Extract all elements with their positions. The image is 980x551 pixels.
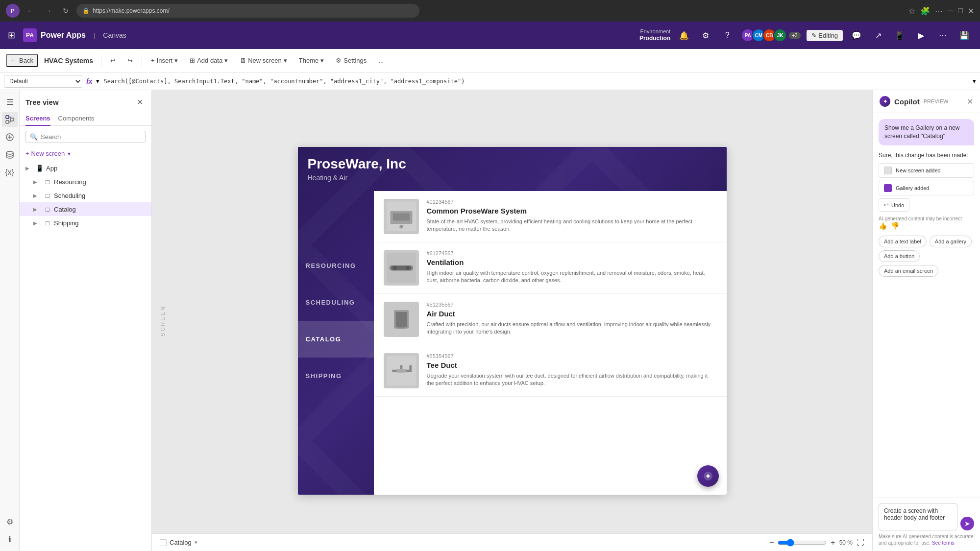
nav-scheduling[interactable]: SCHEDULING	[298, 284, 376, 321]
theme-chevron-icon: ▾	[320, 57, 324, 64]
gallery-item-1[interactable]: #01234567 Common ProseWare System State-…	[374, 191, 727, 242]
tree-search-box[interactable]: 🔍	[25, 131, 146, 143]
new-screen-button[interactable]: 🖥 New screen ▾	[235, 55, 292, 66]
extension-icon[interactable]: 🧩	[920, 6, 930, 16]
share-icon[interactable]: ↗	[870, 27, 886, 43]
gallery-item-2[interactable]: #61274567 Ventilation High indoor air qu…	[374, 242, 727, 294]
formula-expand-icon[interactable]: ▾	[973, 77, 976, 85]
new-screen-chevron-icon[interactable]: ▾	[68, 150, 71, 157]
svg-rect-25	[396, 369, 406, 373]
suggestion-text-label[interactable]: Add a text label	[879, 236, 927, 247]
save-icon[interactable]: 💾	[956, 27, 972, 43]
tree-actions: + New screen ▾	[20, 148, 151, 161]
toolbar-separator-1	[101, 55, 101, 67]
more-actions-icon[interactable]: ⋯	[935, 27, 951, 43]
thumbs-down-button[interactable]: 👎	[891, 222, 899, 230]
insert-rail-button[interactable]	[2, 129, 18, 145]
more-dots-icon: ...	[378, 57, 384, 64]
user-message-text: Show me a Gallery on a new screen called…	[884, 124, 959, 140]
thumbs-up-button[interactable]: 👍	[879, 222, 887, 230]
insert-button[interactable]: + Insert ▾	[146, 55, 183, 66]
menu-toggle-button[interactable]: ☰	[2, 94, 18, 110]
redo-button[interactable]: ↪	[122, 55, 138, 66]
suggestion-email-screen[interactable]: Add an email screen	[879, 265, 938, 277]
copilot-header: ✦ Copilot PREVIEW ✕	[873, 90, 980, 113]
tree-close-button[interactable]: ✕	[134, 96, 146, 108]
copilot-panel: ✦ Copilot PREVIEW ✕ Show me a Gallery on…	[872, 90, 980, 551]
tab-screens[interactable]: Screens	[25, 112, 50, 126]
gallery-item-4[interactable]: #55354567 Tee Duct Upgrade your ventilat…	[374, 345, 727, 397]
data-rail-button[interactable]	[2, 147, 18, 163]
add-data-button[interactable]: ⊞ Add data ▾	[185, 55, 233, 66]
chrome-profile-avatar[interactable]: P	[6, 4, 20, 18]
chrome-back-btn[interactable]: ←	[24, 4, 37, 18]
play-icon[interactable]: ▶	[913, 27, 929, 43]
tab-components[interactable]: Components	[58, 112, 95, 126]
copilot-see-terms-link[interactable]: See terms	[932, 540, 955, 546]
undo-button[interactable]: ↩	[105, 55, 121, 66]
suggestion-button[interactable]: Add a button	[879, 250, 920, 262]
tree-item-app[interactable]: ▶ 📱 App	[20, 161, 151, 175]
nav-shipping[interactable]: SHIPPING	[298, 358, 376, 394]
apps-grid-icon[interactable]: ⊞	[8, 30, 15, 41]
tree-search-input[interactable]	[41, 133, 141, 141]
gallery-info-4: #55354567 Tee Duct Upgrade your ventilat…	[427, 353, 717, 387]
maximize-icon[interactable]: □	[958, 6, 963, 16]
undo-action-label: Undo	[891, 202, 904, 208]
tree-item-scheduling[interactable]: ▶ □ Scheduling	[20, 189, 151, 202]
nav-resourcing[interactable]: RESOURCING	[298, 247, 376, 284]
copilot-send-button[interactable]: ➤	[960, 517, 974, 530]
settings-icon[interactable]: ⚙	[698, 27, 713, 43]
more-toolbar-button[interactable]: ...	[373, 55, 389, 66]
gallery-chip-label: Gallery added	[896, 185, 930, 191]
tree-view-button[interactable]	[2, 112, 18, 127]
fullscreen-button[interactable]: ⛶	[857, 538, 864, 547]
phone-icon[interactable]: 📱	[892, 27, 907, 43]
avatar-4[interactable]: JK	[773, 28, 787, 42]
tree-item-resourcing[interactable]: ▶ □ Resourcing	[20, 175, 151, 189]
settings-toolbar-button[interactable]: ⚙ Settings	[331, 55, 371, 66]
info-rail-button[interactable]: ℹ	[2, 531, 18, 547]
minimize-icon[interactable]: ─	[948, 6, 953, 16]
copilot-chat-input[interactable]	[879, 503, 957, 530]
help-icon[interactable]: ?	[719, 27, 735, 43]
tree-item-shipping[interactable]: ▶ □ Shipping	[20, 216, 151, 230]
copilot-footer-disclaimer: Make sure AI-generated content is accura…	[879, 533, 974, 546]
chrome-forward-btn[interactable]: →	[41, 4, 55, 18]
new-screen-tree-button[interactable]: + New screen	[25, 150, 65, 157]
scheduling-label: Scheduling	[54, 192, 146, 199]
zoom-controls: − + 50 % ⛶	[769, 538, 864, 547]
copilot-close-button[interactable]: ✕	[967, 97, 973, 106]
property-dropdown[interactable]: Default	[4, 75, 82, 88]
settings-rail-button[interactable]: ⚙	[2, 514, 18, 529]
chrome-refresh-btn[interactable]: ↻	[59, 4, 73, 18]
add-data-chevron-icon: ▾	[224, 57, 228, 64]
gallery-thumb-2	[384, 250, 419, 286]
app-chevron-icon: ▶	[25, 166, 33, 171]
variables-rail-button[interactable]: {x}	[2, 165, 18, 180]
close-icon[interactable]: ✕	[968, 6, 974, 16]
notify-icon[interactable]: 🔔	[676, 27, 692, 43]
undo-action-button[interactable]: ↩ Undo	[879, 198, 909, 212]
editing-pen-icon: ✎	[811, 32, 817, 39]
back-button[interactable]: ← Back	[6, 54, 38, 67]
suggestion-gallery[interactable]: Add a gallery	[930, 236, 972, 247]
tree-item-catalog[interactable]: ▶ □ Catalog ⋯	[20, 202, 151, 216]
comment-icon[interactable]: 💬	[849, 27, 864, 43]
screen-dropdown-icon[interactable]: ▾	[195, 539, 197, 546]
theme-button[interactable]: Theme ▾	[294, 55, 329, 66]
svg-point-27	[707, 475, 709, 477]
main-layout: ☰ {x}	[0, 90, 980, 551]
formula-input[interactable]	[103, 75, 969, 87]
zoom-in-button[interactable]: +	[831, 538, 835, 547]
chrome-address-bar[interactable]: 🔒 https://make.powerapps.com/	[76, 4, 419, 18]
copilot-float-button[interactable]	[697, 465, 719, 487]
star-icon[interactable]: ☆	[908, 6, 915, 16]
nav-catalog[interactable]: CATALOG	[298, 321, 376, 358]
zoom-slider[interactable]	[778, 539, 827, 547]
powerapps-logo: PA	[23, 28, 37, 42]
more-icon[interactable]: ⋯	[935, 6, 943, 16]
gallery-title-4: Tee Duct	[427, 361, 717, 369]
zoom-out-button[interactable]: −	[769, 538, 774, 547]
gallery-item-3[interactable]: #51235567 Air Duct Crafted with precisio…	[374, 294, 727, 345]
